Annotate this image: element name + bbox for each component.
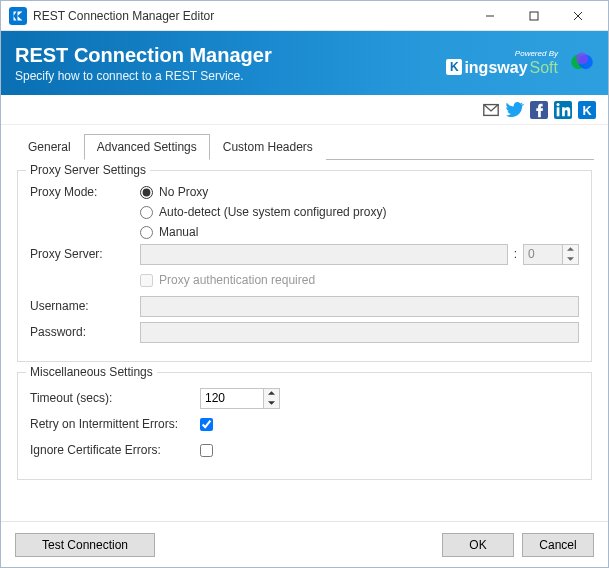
username-input[interactable] (140, 296, 579, 317)
proxy-auth-checkbox[interactable] (140, 274, 153, 287)
password-label: Password: (30, 325, 140, 339)
proxy-fieldset: Proxy Server Settings Proxy Mode: No Pro… (17, 170, 592, 362)
close-button[interactable] (556, 2, 600, 30)
svg-point-6 (576, 52, 588, 64)
proxy-mode-manual-radio[interactable] (140, 226, 153, 239)
window-title: REST Connection Manager Editor (33, 9, 468, 23)
ignore-cert-label: Ignore Certificate Errors: (30, 443, 200, 457)
minimize-button[interactable] (468, 2, 512, 30)
timeout-input[interactable] (201, 389, 263, 408)
proxy-mode-none-radio[interactable] (140, 186, 153, 199)
misc-legend: Miscellaneous Settings (26, 365, 157, 379)
svg-marker-12 (567, 257, 574, 261)
proxy-auth-checkbox-item[interactable]: Proxy authentication required (140, 273, 315, 287)
svg-text:K: K (583, 103, 592, 117)
maximize-button[interactable] (512, 2, 556, 30)
footer: Test Connection OK Cancel (1, 521, 608, 567)
titlebar: REST Connection Manager Editor (1, 1, 608, 31)
facebook-icon[interactable] (530, 101, 548, 119)
tab-general[interactable]: General (15, 134, 84, 160)
brand-k-icon[interactable]: K (578, 101, 596, 119)
svg-rect-1 (530, 12, 538, 20)
titlebar-controls (468, 2, 600, 30)
svg-marker-13 (268, 392, 275, 396)
social-row: K (1, 95, 608, 125)
proxy-port-spinner[interactable] (523, 244, 579, 265)
proxy-server-label: Proxy Server: (30, 247, 140, 261)
header-banner: REST Connection Manager Specify how to c… (1, 31, 608, 95)
linkedin-icon[interactable] (554, 101, 572, 119)
mail-icon[interactable] (482, 101, 500, 119)
tab-advanced-settings[interactable]: Advanced Settings (84, 134, 210, 160)
timeout-down-button[interactable] (264, 398, 279, 408)
svg-marker-14 (268, 401, 275, 405)
proxy-mode-auto-radio[interactable] (140, 206, 153, 219)
tabs: General Advanced Settings Custom Headers (15, 133, 594, 160)
timeout-label: Timeout (secs): (30, 391, 200, 405)
port-up-button[interactable] (563, 245, 578, 255)
ignore-cert-checkbox[interactable] (200, 444, 213, 457)
webex-icon (570, 50, 594, 77)
proxy-mode-none[interactable]: No Proxy (140, 185, 579, 199)
password-input[interactable] (140, 322, 579, 343)
header-title: REST Connection Manager (15, 44, 272, 67)
cancel-button[interactable]: Cancel (522, 533, 594, 557)
kingswaysoft-logo: Powered By KingswaySoft (446, 50, 558, 76)
twitter-icon[interactable] (506, 101, 524, 119)
proxy-mode-auto[interactable]: Auto-detect (Use system configured proxy… (140, 205, 579, 219)
timeout-spinner[interactable] (200, 388, 280, 409)
proxy-server-input[interactable] (140, 244, 508, 265)
proxy-mode-group: No Proxy Auto-detect (Use system configu… (140, 185, 579, 239)
ok-button[interactable]: OK (442, 533, 514, 557)
misc-fieldset: Miscellaneous Settings Timeout (secs): R… (17, 372, 592, 480)
header-text: REST Connection Manager Specify how to c… (15, 44, 272, 83)
test-connection-button[interactable]: Test Connection (15, 533, 155, 557)
port-down-button[interactable] (563, 254, 578, 264)
username-label: Username: (30, 299, 140, 313)
header-logos: Powered By KingswaySoft (446, 50, 594, 77)
svg-point-9 (557, 103, 560, 106)
content-area: General Advanced Settings Custom Headers… (1, 125, 608, 521)
tab-content-advanced: Proxy Server Settings Proxy Mode: No Pro… (15, 160, 594, 500)
proxy-mode-label: Proxy Mode: (30, 185, 140, 199)
retry-checkbox[interactable] (200, 418, 213, 431)
app-icon (9, 7, 27, 25)
proxy-legend: Proxy Server Settings (26, 163, 150, 177)
port-separator: : (514, 247, 517, 261)
proxy-mode-manual[interactable]: Manual (140, 225, 579, 239)
header-subtitle: Specify how to connect to a REST Service… (15, 69, 272, 83)
svg-rect-8 (557, 107, 560, 116)
retry-label: Retry on Intermittent Errors: (30, 417, 200, 431)
proxy-port-input[interactable] (524, 245, 562, 264)
svg-marker-11 (567, 248, 574, 252)
timeout-up-button[interactable] (264, 389, 279, 399)
tab-custom-headers[interactable]: Custom Headers (210, 134, 326, 160)
window-root: REST Connection Manager Editor REST Conn… (0, 0, 609, 568)
